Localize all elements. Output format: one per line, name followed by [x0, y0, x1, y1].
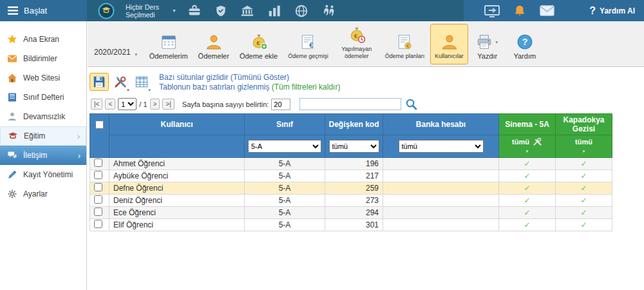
row-checkbox[interactable] — [94, 171, 102, 179]
activities-icon[interactable] — [316, 4, 343, 18]
person-icon — [441, 34, 458, 50]
app-logo-icon[interactable] — [92, 3, 120, 19]
class-cell: 5-A — [245, 170, 325, 182]
sidebar-item-devamsizlik[interactable]: Devamsızlık — [0, 107, 86, 126]
column-tools-icon[interactable] — [533, 137, 542, 146]
content-area: ▼ ▼ Bazı sütunlar gizlidir (Tümünü Göste… — [88, 67, 644, 231]
announcement-bell-icon[interactable] — [513, 4, 527, 18]
toolbar-item-yardim[interactable]: ? Yardım — [507, 24, 543, 64]
sidebar-item-bildirimler[interactable]: Bildirimler — [0, 49, 86, 68]
event2-check-cell: ✓ — [556, 195, 612, 207]
table-row[interactable]: Ahmet Öğrenci 5-A 196 ✓ ✓ — [90, 158, 612, 170]
bank-cell — [383, 207, 499, 219]
table-row[interactable]: Aybüke Öğrenci 5-A 217 ✓ ✓ — [90, 170, 612, 182]
table-row[interactable]: Deniz Öğrenci 5-A 273 ✓ ✓ — [90, 195, 612, 207]
search-icon[interactable] — [405, 98, 417, 110]
last-page-button[interactable]: >| — [162, 99, 174, 110]
chat-bubbles-icon — [7, 150, 17, 160]
briefcase-icon[interactable] — [182, 4, 207, 18]
row-checkbox[interactable] — [94, 195, 102, 204]
cast-icon[interactable] — [484, 5, 500, 17]
topbar-right-icons: ? Yardım Al — [484, 4, 644, 18]
sidebar: Ana Ekran Bildirimler Web Sitesi Sınıf D… — [0, 21, 87, 290]
save-button[interactable] — [90, 73, 109, 91]
row-checkbox[interactable] — [94, 159, 102, 167]
bank-cell — [383, 195, 499, 207]
sidebar-item-sinif-defteri[interactable]: Sınıf Defteri — [0, 88, 86, 107]
column-header-class[interactable]: Sınıf — [245, 114, 325, 135]
toolbar-item-odemelerim[interactable]: Ödemelerim — [145, 24, 193, 64]
toolbar-item-odeme-planlari[interactable]: € Ödeme planları — [381, 24, 430, 64]
table-row[interactable]: Elif Öğrenci 5-A 301 ✓ ✓ — [90, 219, 612, 231]
sidebar-item-ana-ekran[interactable]: Ana Ekran — [0, 30, 86, 49]
sidebar-item-iletisim[interactable]: İletişim › — [0, 146, 86, 165]
shield-icon[interactable] — [209, 4, 233, 18]
column-header-event1[interactable]: Sinema - 5A — [499, 114, 556, 135]
bar-chart-icon[interactable] — [261, 4, 287, 18]
event2-filter-dropdown[interactable]: tümü ▼ — [558, 137, 609, 156]
table-row[interactable]: Ece Öğrenci 5-A 294 ✓ ✓ — [90, 207, 612, 219]
bank-cell — [383, 182, 499, 195]
year-dropdown[interactable]: 2020/2021 ▼ — [94, 24, 144, 64]
sidebar-item-egitim[interactable]: Eğitim › — [0, 126, 86, 146]
course-selector-dropdown[interactable]: Hiçbir Ders Seçilmedi ▼ — [122, 3, 180, 19]
column-header-user[interactable]: Kullanıcı — [109, 114, 245, 135]
table-row-highlighted[interactable]: Defne Öğrenci 5-A 259 ✓ ✓ — [90, 182, 612, 195]
start-menu[interactable]: Başlat — [0, 6, 87, 15]
event2-check-cell: ✓ — [556, 182, 612, 195]
mail-icon[interactable] — [540, 5, 554, 16]
next-page-button[interactable]: > — [150, 99, 160, 110]
graduation-cap-icon — [8, 131, 18, 141]
variable-code-cell: 217 — [325, 170, 383, 182]
globe-icon[interactable] — [289, 4, 314, 18]
row-checkbox[interactable] — [94, 183, 102, 191]
column-header-variable-code[interactable]: Değişken kod — [325, 114, 383, 135]
user-name-cell: Elif Öğrenci — [109, 219, 245, 231]
column-header-event2[interactable]: Kapadokya Gezisi — [556, 114, 612, 135]
calendar-icon — [160, 34, 177, 50]
show-all-columns-link[interactable]: (Tümünü Göster) — [231, 73, 289, 82]
event1-filter-dropdown[interactable]: tümü ▼ — [502, 137, 553, 156]
toolbar-item-yapilmayan-odemeler[interactable]: € Yapılmayan ödemeler — [334, 24, 379, 64]
toolbar-item-odemeler[interactable]: Ödemeler — [194, 24, 234, 64]
question-icon: ? — [589, 5, 596, 17]
event1-check-cell: ✓ — [499, 219, 556, 231]
toolbar-item-kullanicilar[interactable]: Kullanıcılar — [430, 24, 468, 64]
row-checkbox[interactable] — [94, 220, 102, 228]
bank-cell — [383, 219, 499, 231]
help-button[interactable]: ? Yardım Al — [589, 5, 635, 17]
select-all-checkbox[interactable] — [95, 121, 104, 129]
bank-icon[interactable] — [234, 4, 260, 18]
prev-page-button[interactable]: < — [105, 99, 115, 110]
class-cell: 5-A — [245, 158, 325, 170]
user-filter-cell — [109, 135, 245, 158]
class-filter-select[interactable]: 5-A — [248, 140, 321, 153]
event1-check-cell: ✓ — [499, 182, 556, 195]
table-columns-button[interactable]: ▼ — [132, 73, 151, 91]
tools-button[interactable]: ▼ — [111, 73, 130, 91]
first-page-button[interactable]: |< — [91, 99, 102, 110]
sidebar-item-kayit-yonetimi[interactable]: Kayıt Yönetimi — [0, 165, 86, 184]
ribbon-toolbar: 2020/2021 ▼ Ödemelerim Ödemeler € Ödeme … — [88, 21, 644, 67]
svg-text:€: € — [354, 32, 357, 39]
class-cell: 5-A — [245, 219, 325, 231]
toolbar-item-odeme-gecmisi[interactable]: € Ödeme geçmişi — [283, 24, 333, 64]
chevron-down-icon: ▼ — [126, 88, 130, 92]
column-header-bank-account[interactable]: Banka hesabı — [383, 114, 499, 135]
per-page-input[interactable] — [271, 99, 290, 110]
view-toolbar: ▼ ▼ Bazı sütunlar gizlidir (Tümünü Göste… — [90, 73, 644, 92]
money-bag-add-icon: € — [251, 34, 267, 50]
sidebar-item-ayarlar[interactable]: Ayarlar — [0, 184, 86, 204]
star-icon — [7, 34, 17, 44]
bank-filter-select[interactable]: tümü — [399, 140, 484, 153]
page-select[interactable]: 1 — [118, 98, 137, 110]
search-input[interactable] — [299, 98, 401, 110]
toolbar-item-yazdir[interactable]: ▼ Yazdır — [469, 24, 506, 64]
page-total-label: / 1 — [139, 101, 147, 108]
remove-filters-link[interactable]: (Tüm filtreleri kaldır) — [272, 82, 341, 92]
row-checkbox[interactable] — [94, 208, 102, 216]
toolbar-item-odeme-ekle[interactable]: € Ödeme ekle — [235, 24, 282, 64]
sidebar-item-web-sitesi[interactable]: Web Sitesi — [0, 68, 86, 88]
event1-check-cell: ✓ — [499, 195, 556, 207]
variable-code-filter-select[interactable]: tümü — [329, 140, 379, 153]
